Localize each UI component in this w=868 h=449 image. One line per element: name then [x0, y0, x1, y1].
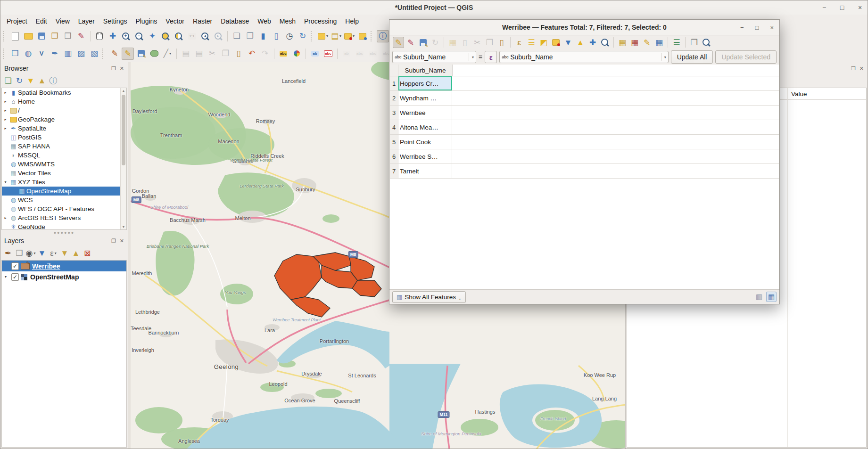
- toolbar-grip[interactable]: [3, 49, 6, 59]
- zoom-to-selection-icon[interactable]: [599, 37, 611, 48]
- new-print-layout-icon[interactable]: ❒: [49, 30, 61, 42]
- copy-icon[interactable]: ❐: [484, 37, 495, 48]
- browser-item-home[interactable]: ▸⌂Home: [2, 97, 126, 106]
- add-mesh-layer-icon[interactable]: ▧: [88, 48, 100, 60]
- collapse-all-icon[interactable]: ▲: [71, 248, 81, 258]
- menu-web[interactable]: Web: [253, 15, 275, 27]
- browser-item-sap-hana[interactable]: ▦SAP HANA: [2, 142, 126, 151]
- browser-item-wms-wmts[interactable]: ◍WMS/WMTS: [2, 160, 126, 169]
- temporal-controller-icon[interactable]: ◷: [283, 30, 296, 42]
- organize-columns-icon[interactable]: ☰: [671, 37, 682, 48]
- highlight-pinned-labels-icon[interactable]: abc: [322, 48, 334, 60]
- expression-builder-button[interactable]: ε: [485, 51, 497, 63]
- menu-raster[interactable]: Raster: [189, 15, 216, 27]
- identify-features-icon[interactable]: ⓘ: [377, 30, 389, 42]
- menu-mesh[interactable]: Mesh: [275, 15, 300, 27]
- toggle-editing-icon[interactable]: ✎: [393, 37, 404, 48]
- browser-item-vector-tiles[interactable]: ▦Vector Tiles: [2, 169, 126, 178]
- select-features-icon[interactable]: ▾: [317, 30, 329, 42]
- layers-close-icon[interactable]: ✕: [120, 238, 124, 244]
- deselect-features-icon[interactable]: ▾: [343, 30, 355, 42]
- new-project-icon[interactable]: [9, 30, 21, 42]
- select-by-expression-icon[interactable]: ε: [513, 37, 525, 48]
- toggle-editing-icon[interactable]: ✎: [122, 48, 134, 60]
- pin-labels-icon[interactable]: ab: [309, 48, 321, 60]
- expand-arrow-icon[interactable]: ▸: [2, 117, 9, 122]
- maximize-icon[interactable]: □: [838, 4, 846, 11]
- open-layer-styling-icon[interactable]: ✒: [3, 248, 13, 258]
- close-icon[interactable]: ×: [856, 4, 864, 11]
- column-header-suburb-name[interactable]: Suburb_Name: [398, 65, 453, 76]
- expand-arrow-icon[interactable]: ▾: [2, 275, 9, 279]
- select-by-form-icon[interactable]: [356, 30, 369, 42]
- filter-by-expression-icon[interactable]: ε▾: [48, 248, 58, 258]
- layer-checkbox[interactable]: ✓: [11, 262, 19, 270]
- cell-suburb-name[interactable]: Altona Mea…: [398, 120, 452, 134]
- delete-selected-icon[interactable]: ▯: [459, 37, 471, 48]
- current-edits-icon[interactable]: ✎: [108, 48, 121, 60]
- menu-view[interactable]: View: [51, 15, 74, 27]
- move-label-icon[interactable]: ab: [340, 48, 353, 60]
- actions-icon[interactable]: [701, 37, 712, 48]
- layer-diagram-icon[interactable]: [290, 48, 303, 60]
- menu-database[interactable]: Database: [216, 15, 253, 27]
- add-vector-layer-icon[interactable]: V: [35, 48, 48, 60]
- row-number[interactable]: 1: [390, 76, 398, 90]
- toolbar-grip[interactable]: [311, 31, 314, 41]
- layer-labeling-icon[interactable]: abc: [277, 48, 289, 60]
- browser-item-openstreetmap[interactable]: ▦OpenStreetMap: [2, 187, 126, 196]
- add-raster-layer-icon[interactable]: ▨: [75, 48, 87, 60]
- pan-map-icon[interactable]: [93, 30, 106, 42]
- add-selected-layers-icon[interactable]: ❏: [3, 75, 13, 86]
- row-number[interactable]: 6: [390, 149, 398, 163]
- field-selector-dropdown[interactable]: abc Suburb_Name ▾: [392, 51, 476, 63]
- layer-checkbox[interactable]: ✓: [11, 273, 19, 281]
- add-postgis-layer-icon[interactable]: ▥: [62, 48, 74, 60]
- menu-edit[interactable]: Edit: [32, 15, 51, 27]
- toolbar-grip[interactable]: [371, 31, 374, 41]
- open-project-icon[interactable]: [22, 30, 34, 42]
- menu-project[interactable]: Project: [2, 15, 32, 27]
- select-features-by-value-icon[interactable]: ▤▾: [330, 30, 342, 42]
- panel-splitter[interactable]: ●●●●●●: [0, 231, 128, 235]
- toolbar-grip[interactable]: [102, 49, 106, 59]
- save-layer-edits-icon[interactable]: ✎: [135, 48, 147, 60]
- expand-arrow-icon[interactable]: ▾: [2, 180, 9, 184]
- scroll-down-icon[interactable]: ▼: [121, 225, 126, 229]
- minimize-icon[interactable]: −: [820, 4, 828, 11]
- browser-item-xyz-tiles[interactable]: ▾▦XYZ Tiles: [2, 178, 126, 187]
- select-all-icon[interactable]: ☰: [526, 37, 537, 48]
- dock-table-icon[interactable]: ❐: [688, 37, 700, 48]
- row-number[interactable]: 7: [390, 164, 398, 178]
- deselect-all-icon[interactable]: [550, 37, 562, 48]
- digitize-with-shape-icon[interactable]: [148, 48, 160, 60]
- dialog-titlebar[interactable]: Werribee — Features Total: 7, Filtered: …: [389, 20, 779, 35]
- cell-suburb-name[interactable]: Wyndham …: [398, 91, 452, 105]
- filter-icon[interactable]: ▼: [562, 37, 574, 48]
- delete-field-icon[interactable]: ▦: [629, 37, 640, 48]
- copy-features-icon[interactable]: ❐: [219, 48, 231, 60]
- browser-item-wfs-ogc-api-features[interactable]: ◍WFS / OGC API - Features: [2, 204, 126, 213]
- refresh-browser-icon[interactable]: ↻: [14, 75, 25, 86]
- cut-icon[interactable]: ✂: [471, 37, 483, 48]
- zoom-last-icon[interactable]: ◂: [199, 30, 211, 42]
- row-number[interactable]: 3: [390, 106, 398, 120]
- redo-icon[interactable]: ↷: [259, 48, 271, 60]
- feature-filter-button[interactable]: ▦ Show All Features ⌄: [392, 291, 466, 303]
- save-edits-icon[interactable]: ✎: [417, 37, 429, 48]
- expand-arrow-icon[interactable]: ▸: [2, 126, 9, 131]
- row-number[interactable]: 2: [390, 91, 398, 105]
- browser-close-icon[interactable]: ✕: [120, 65, 124, 72]
- style-manager-icon[interactable]: ✎: [75, 30, 87, 42]
- browser-item-arcgis-rest-servers[interactable]: ▸◍ArcGIS REST Servers: [2, 213, 126, 222]
- vertex-tool-icon[interactable]: ╱▾: [161, 48, 174, 60]
- menu-plugins[interactable]: Plugins: [131, 15, 161, 27]
- zoom-next-icon[interactable]: ▸: [212, 30, 224, 42]
- pan-to-selection-icon[interactable]: ✚: [587, 37, 598, 48]
- dialog-close-icon[interactable]: ×: [770, 24, 774, 31]
- show-layout-manager-icon[interactable]: ❒: [62, 30, 74, 42]
- modify-attributes-icon[interactable]: ▤: [180, 48, 192, 60]
- layer-item-werribee[interactable]: ✓Werribee: [2, 261, 126, 271]
- cell-suburb-name[interactable]: Werribee S…: [398, 149, 452, 163]
- scroll-up-icon[interactable]: ▲: [121, 89, 126, 92]
